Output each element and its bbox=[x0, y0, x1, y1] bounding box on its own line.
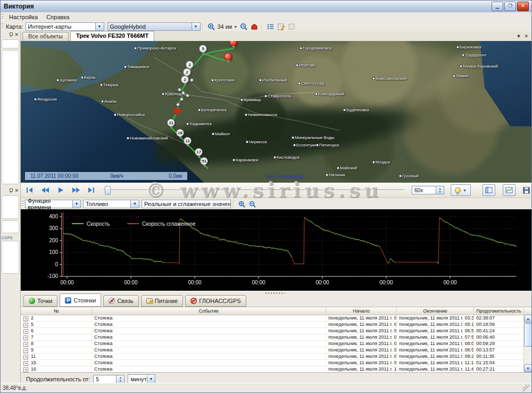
object-list-button[interactable] bbox=[265, 22, 276, 31]
map-waypoint-marker[interactable]: 2 bbox=[183, 68, 191, 76]
chevron-down-icon[interactable]: ▼ bbox=[72, 200, 80, 208]
table-row[interactable]: +6Стоянкапонедельник, 11 июля 2011 г. 06… bbox=[21, 328, 532, 334]
show-chart-button[interactable] bbox=[503, 184, 516, 196]
row-expander[interactable]: + bbox=[23, 367, 28, 372]
minimize-button[interactable]: ▁ bbox=[492, 2, 503, 11]
play-button[interactable] bbox=[54, 184, 67, 196]
row-expander[interactable]: + bbox=[23, 361, 28, 366]
close-icon[interactable]: ✕ bbox=[14, 189, 19, 193]
slider-thumb[interactable] bbox=[105, 186, 111, 195]
chevron-down-icon[interactable]: ▼ bbox=[95, 23, 104, 30]
pin-icon[interactable] bbox=[10, 32, 12, 37]
menu-settings[interactable]: Настройка bbox=[5, 13, 42, 21]
highlight-track-button[interactable]: ▼ bbox=[451, 184, 471, 196]
fast-forward-button[interactable] bbox=[70, 184, 82, 196]
table-row[interactable]: +9Стоянкапонедельник, 11 июля 2011 г. 08… bbox=[21, 347, 532, 354]
map-red-pin[interactable] bbox=[224, 53, 232, 61]
spinner-arrows[interactable]: ▲▼ bbox=[436, 186, 444, 194]
pin-icon[interactable] bbox=[10, 189, 12, 193]
close-icon[interactable]: ✕ bbox=[14, 32, 19, 37]
column-header[interactable]: Продолжительность bbox=[474, 307, 524, 315]
row-expander[interactable]: + bbox=[23, 316, 28, 321]
edit-notes-button[interactable] bbox=[276, 22, 286, 31]
skip-start-button[interactable] bbox=[23, 184, 36, 196]
duration-unit-combobox[interactable]: минут ▼ bbox=[128, 374, 155, 383]
table-row[interactable]: +5Стоянкапонедельник, 11 июля 2011 г. 04… bbox=[21, 322, 532, 328]
tab-track-volvo[interactable]: Трек Volvo FE320 Т666МТ bbox=[70, 31, 154, 41]
row-expander[interactable]: + bbox=[23, 323, 28, 328]
tab-list-dropdown-button[interactable]: ▼ bbox=[517, 34, 521, 39]
event-tab-points[interactable]: Точки bbox=[23, 295, 57, 307]
map-minor-marker[interactable] bbox=[180, 97, 184, 101]
chevron-down-icon[interactable]: ▼ bbox=[147, 375, 155, 383]
chart-zoom-in-button[interactable] bbox=[236, 200, 247, 209]
map-waypoint-marker[interactable]: 11 bbox=[184, 137, 192, 145]
rewind-button[interactable] bbox=[39, 184, 52, 196]
table-scrollbar[interactable]: ▲ ▼ bbox=[523, 315, 532, 372]
map-minor-marker[interactable] bbox=[178, 88, 181, 92]
map-waypoint-marker[interactable]: 11 bbox=[167, 119, 175, 127]
event-tab-gps[interactable]: ГЛОНАСС/GPS bbox=[185, 295, 246, 307]
map-minor-marker[interactable] bbox=[176, 103, 180, 107]
row-expander[interactable]: + bbox=[23, 348, 28, 353]
zoom-in-button[interactable] bbox=[206, 22, 217, 31]
menu-help[interactable]: Справка bbox=[42, 13, 73, 21]
chart-parameter-combobox[interactable]: Топливо ▼ bbox=[83, 200, 139, 208]
event-tab-power[interactable]: Питание bbox=[141, 295, 183, 307]
close-tab-button[interactable]: ✕ bbox=[524, 34, 528, 39]
tab-all-objects[interactable]: Все объекты bbox=[22, 32, 69, 41]
menu-gripper[interactable] bbox=[2, 14, 3, 20]
table-row[interactable]: +7Стоянкапонедельник, 11 июля 2011 г. 07… bbox=[21, 334, 532, 341]
chart-values-combobox[interactable]: Реальные и сглаженные значени ▼ bbox=[142, 200, 231, 208]
chart-toolbar-gripper[interactable] bbox=[22, 201, 23, 207]
table-row[interactable]: +15Стоянкапонедельник, 11 июля 2011 г. 0… bbox=[21, 360, 532, 366]
scroll-down-button[interactable]: ▼ bbox=[524, 364, 532, 372]
toolbar-gripper[interactable] bbox=[2, 23, 3, 30]
event-tab-link[interactable]: Связь bbox=[103, 295, 138, 307]
row-expander[interactable]: + bbox=[23, 329, 28, 334]
map-waypoint-marker[interactable]: 2 bbox=[186, 61, 194, 69]
scroll-thumb[interactable] bbox=[524, 323, 532, 347]
save-button[interactable] bbox=[520, 184, 532, 196]
playback-speed-value[interactable]: 60x bbox=[412, 186, 436, 194]
chevron-down-icon[interactable]: ▼ bbox=[463, 189, 467, 192]
map-waypoint-marker[interactable]: 17 bbox=[195, 148, 203, 156]
chevron-down-icon[interactable]: ▼ bbox=[192, 23, 200, 30]
chevron-down-icon[interactable]: ▼ bbox=[130, 200, 139, 208]
chart-mode-combobox[interactable]: Функция времени ▼ bbox=[25, 200, 81, 208]
map-view[interactable]: 52221126111751 Приморско-АхтарскГородови… bbox=[21, 41, 532, 183]
table-row[interactable]: +16Стоянкапонедельник, 11 июля 2011 г. 1… bbox=[21, 366, 532, 372]
map-source-combobox[interactable]: Интернет-карты ▼ bbox=[26, 22, 104, 31]
scroll-up-button[interactable]: ▲ bbox=[524, 315, 532, 323]
column-header[interactable]: Событие bbox=[92, 307, 326, 315]
column-header[interactable]: Начало bbox=[326, 307, 397, 315]
column-header[interactable]: № bbox=[21, 307, 92, 315]
playback-slider[interactable] bbox=[103, 185, 404, 195]
map-waypoint-marker[interactable]: 51 bbox=[200, 157, 208, 165]
restore-button[interactable]: ❐ bbox=[504, 2, 516, 11]
map-type-combobox[interactable]: GoogleHybrid ▼ bbox=[107, 22, 201, 31]
show-whole-track-button[interactable] bbox=[249, 22, 260, 31]
close-button[interactable]: ✕ bbox=[517, 2, 529, 11]
map-waypoint-marker[interactable]: 5 bbox=[199, 45, 207, 53]
column-header[interactable]: Окончание bbox=[397, 307, 474, 315]
resize-grip[interactable] bbox=[522, 384, 529, 391]
duration-filter-spinner[interactable]: 5 ▲▼ bbox=[93, 375, 124, 383]
chart-zoom-out-button[interactable] bbox=[247, 200, 257, 209]
table-row[interactable]: +8Стоянкапонедельник, 11 июля 2011 г. 08… bbox=[21, 341, 532, 347]
map-minor-marker[interactable] bbox=[190, 78, 194, 82]
slider-track[interactable] bbox=[103, 190, 404, 191]
table-row[interactable]: +11Стоянкапонедельник, 11 июля 2011 г. 0… bbox=[21, 354, 532, 360]
map-waypoint-marker[interactable]: 26 bbox=[176, 129, 184, 137]
table-row[interactable]: +2Стоянкапонедельник, 11 июля 2011 г. 01… bbox=[21, 315, 532, 322]
speed-chart[interactable]: 4003002001000-10000:0000:0000:0000:0000:… bbox=[21, 209, 532, 291]
row-expander[interactable]: + bbox=[23, 342, 28, 347]
spinner-arrows[interactable]: ▲▼ bbox=[117, 375, 124, 383]
map-minor-marker[interactable] bbox=[181, 91, 185, 95]
map-scale-dropdown[interactable]: 34 км ▼ bbox=[217, 23, 239, 30]
skip-end-button[interactable] bbox=[85, 184, 98, 196]
row-expander[interactable]: + bbox=[23, 335, 28, 340]
event-tab-parking[interactable]: Стоянки bbox=[60, 293, 101, 307]
map-waypoint-marker[interactable]: 2 bbox=[181, 76, 189, 84]
row-expander[interactable]: + bbox=[23, 355, 28, 359]
